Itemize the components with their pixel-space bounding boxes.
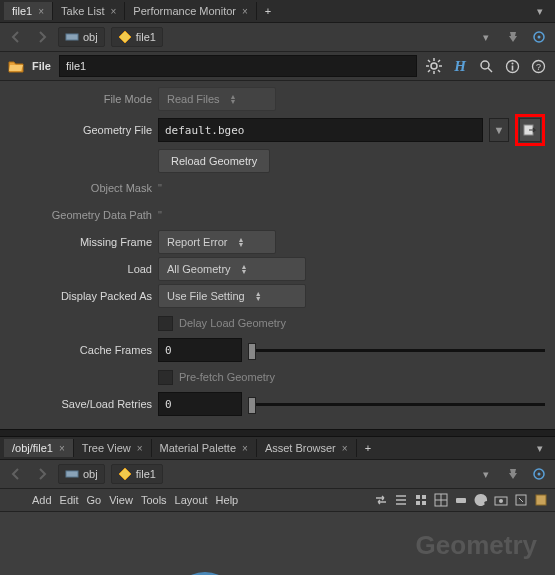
- tab-matpalette[interactable]: Material Palette×: [152, 439, 257, 457]
- svg-text:?: ?: [535, 62, 540, 72]
- path-expand-icon[interactable]: ▾: [483, 31, 497, 44]
- close-icon[interactable]: ×: [137, 443, 143, 454]
- geofile-preset-icon[interactable]: ▼: [489, 118, 509, 142]
- slider-thumb[interactable]: [248, 343, 256, 360]
- tab-add[interactable]: +: [257, 3, 279, 19]
- prefetch-checkbox[interactable]: [158, 370, 173, 385]
- parm-label-retries: Save/Load Retries: [22, 398, 152, 410]
- nav-back[interactable]: [6, 464, 26, 484]
- menu-tools[interactable]: Tools: [141, 494, 167, 506]
- svg-point-4: [431, 63, 437, 69]
- path-seg-file1[interactable]: file1: [111, 27, 163, 47]
- tab-add[interactable]: +: [357, 440, 379, 456]
- parm-tabs: file1× Take List× Performance Monitor× +…: [0, 0, 555, 23]
- svg-rect-17: [511, 65, 513, 70]
- path-seg-file1[interactable]: file1: [111, 464, 163, 484]
- op-name-field[interactable]: file1: [59, 55, 417, 77]
- geofile-field[interactable]: default.bgeo: [158, 118, 483, 142]
- filemode-combo[interactable]: Read Files ▲▼: [158, 87, 276, 111]
- close-icon[interactable]: ×: [242, 6, 248, 17]
- tab-label: Tree View: [82, 442, 131, 454]
- snapshot-icon[interactable]: [493, 492, 509, 508]
- close-icon[interactable]: ×: [38, 6, 44, 17]
- node-shape-icon[interactable]: [453, 492, 469, 508]
- list-icon[interactable]: [393, 492, 409, 508]
- pin-icon[interactable]: [503, 464, 523, 484]
- missing-combo[interactable]: Report Error ▲▼: [158, 230, 276, 254]
- grid2-icon[interactable]: [433, 492, 449, 508]
- cache-frames-field[interactable]: 0: [158, 338, 242, 362]
- gear-icon[interactable]: [425, 57, 443, 75]
- file-op-icon: [8, 59, 24, 73]
- chevron-updown-icon: ▲▼: [230, 94, 237, 104]
- menu-view[interactable]: View: [109, 494, 133, 506]
- close-icon[interactable]: ×: [110, 6, 116, 17]
- info-icon[interactable]: [503, 57, 521, 75]
- chevron-updown-icon: ▲▼: [241, 264, 248, 274]
- pane-menu-icon[interactable]: ▾: [531, 439, 549, 457]
- pane-menu-icon[interactable]: ▾: [531, 2, 549, 20]
- load-combo[interactable]: All Geometry ▲▼: [158, 257, 306, 281]
- tab-objfile1[interactable]: /obj/file1×: [4, 439, 74, 457]
- svg-point-13: [481, 61, 489, 69]
- path-expand-icon[interactable]: ▾: [483, 468, 497, 481]
- reload-geometry-button[interactable]: Reload Geometry: [158, 149, 270, 173]
- path-bar: obj file1 ▾: [0, 23, 555, 52]
- path-seg-label: file1: [136, 31, 156, 43]
- nav-fwd[interactable]: [32, 464, 52, 484]
- search-icon[interactable]: [477, 57, 495, 75]
- grid-icon[interactable]: [413, 492, 429, 508]
- pane-divider[interactable]: [0, 429, 555, 437]
- packed-combo[interactable]: Use File Setting ▲▼: [158, 284, 306, 308]
- tab-perfmon[interactable]: Performance Monitor×: [125, 2, 257, 20]
- menu-go[interactable]: Go: [87, 494, 102, 506]
- parm-label-filemode: File Mode: [22, 93, 152, 105]
- path-seg-label: obj: [83, 468, 98, 480]
- retries-field[interactable]: 0: [158, 392, 242, 416]
- delay-load-label: Delay Load Geometry: [179, 317, 286, 329]
- tab-takelist[interactable]: Take List×: [53, 2, 125, 20]
- path-seg-obj[interactable]: obj: [58, 27, 105, 47]
- save-config-icon[interactable]: [533, 492, 549, 508]
- file-chooser-button[interactable]: [519, 118, 541, 142]
- svg-rect-0: [66, 34, 78, 40]
- tab-label: Take List: [61, 5, 104, 17]
- svg-rect-21: [66, 471, 78, 477]
- delay-load-checkbox[interactable]: [158, 316, 173, 331]
- network-view[interactable]: Geometry file1 default.bgeo: [0, 512, 555, 575]
- cache-frames-slider[interactable]: [248, 339, 545, 361]
- help-icon[interactable]: ?: [529, 57, 547, 75]
- highlighted-browse: [515, 114, 545, 146]
- target-icon[interactable]: [529, 27, 549, 47]
- path-seg-obj[interactable]: obj: [58, 464, 105, 484]
- tab-assetbrowser[interactable]: Asset Browser×: [257, 439, 357, 457]
- tab-label: Material Palette: [160, 442, 236, 454]
- close-icon[interactable]: ×: [242, 443, 248, 454]
- chevron-updown-icon: ▲▼: [238, 237, 245, 247]
- svg-point-24: [538, 473, 541, 476]
- svg-marker-22: [119, 468, 131, 480]
- menu-help[interactable]: Help: [216, 494, 239, 506]
- menu-layout[interactable]: Layout: [175, 494, 208, 506]
- target-icon[interactable]: [529, 464, 549, 484]
- nav-back[interactable]: [6, 27, 26, 47]
- close-icon[interactable]: ×: [342, 443, 348, 454]
- swap-icon[interactable]: [373, 492, 389, 508]
- retries-slider[interactable]: [248, 393, 545, 415]
- expand-icon[interactable]: [513, 492, 529, 508]
- svg-line-11: [438, 60, 440, 62]
- op-type-label: File: [32, 60, 51, 72]
- tab-label: Asset Browser: [265, 442, 336, 454]
- slider-thumb[interactable]: [248, 397, 256, 414]
- file-chooser-icon: [523, 123, 537, 137]
- tab-treeview[interactable]: Tree View×: [74, 439, 152, 457]
- pin-icon[interactable]: [503, 27, 523, 47]
- menu-edit[interactable]: Edit: [60, 494, 79, 506]
- palette-icon[interactable]: [473, 492, 489, 508]
- nav-fwd[interactable]: [32, 27, 52, 47]
- menu-add[interactable]: Add: [32, 494, 52, 506]
- network-icon: [65, 30, 79, 44]
- h-script-icon[interactable]: H: [451, 57, 469, 75]
- close-icon[interactable]: ×: [59, 443, 65, 454]
- tab-file1[interactable]: file1×: [4, 2, 53, 20]
